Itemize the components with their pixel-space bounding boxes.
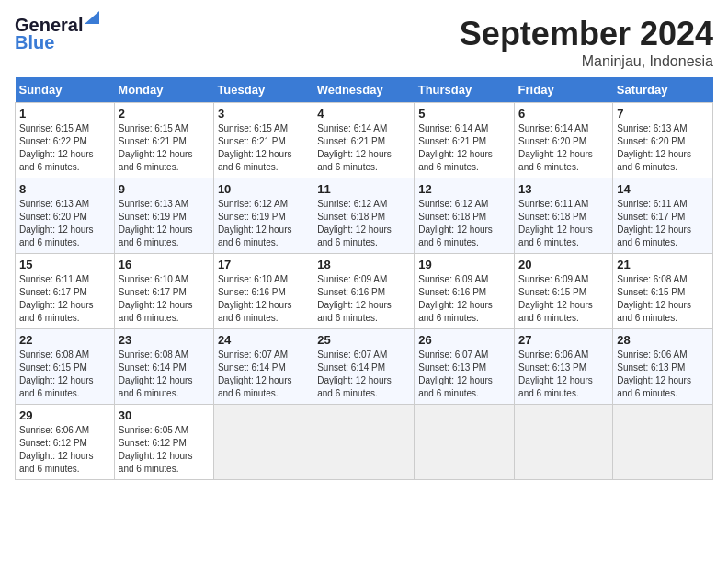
daylight-label: Daylight: 12 hoursand 6 minutes. [218, 149, 292, 172]
daylight-label: Daylight: 12 hoursand 6 minutes. [317, 224, 392, 247]
calendar-body: 1 Sunrise: 6:15 AM Sunset: 6:22 PM Dayli… [16, 103, 713, 480]
table-row: 12 Sunrise: 6:12 AM Sunset: 6:18 PM Dayl… [415, 178, 515, 254]
sunset-label: Sunset: 6:13 PM [617, 362, 685, 373]
header-sunday: Sunday [16, 77, 115, 103]
sunset-label: Sunset: 6:15 PM [19, 362, 87, 373]
table-row: 22 Sunrise: 6:08 AM Sunset: 6:15 PM Dayl… [16, 329, 115, 405]
sunrise-label: Sunrise: 6:11 AM [617, 199, 687, 209]
sunset-label: Sunset: 6:20 PM [617, 136, 685, 146]
day-number: 7 [617, 107, 709, 121]
daylight-label: Daylight: 12 hoursand 6 minutes. [518, 375, 593, 398]
sunrise-label: Sunrise: 6:10 AM [119, 274, 188, 284]
day-info: Sunrise: 6:09 AM Sunset: 6:15 PM Dayligh… [518, 273, 609, 325]
daylight-label: Daylight: 12 hoursand 6 minutes. [218, 224, 292, 247]
day-info: Sunrise: 6:09 AM Sunset: 6:16 PM Dayligh… [317, 273, 410, 325]
sunrise-label: Sunrise: 6:15 AM [218, 123, 288, 133]
day-number: 8 [19, 182, 110, 196]
sunset-label: Sunset: 6:22 PM [19, 136, 87, 146]
daylight-label: Daylight: 12 hoursand 6 minutes. [119, 375, 193, 398]
header-friday: Friday [515, 77, 613, 103]
table-row: 2 Sunrise: 6:15 AM Sunset: 6:21 PM Dayli… [114, 103, 213, 178]
sunset-label: Sunset: 6:16 PM [218, 287, 286, 297]
day-number: 20 [518, 258, 609, 271]
daylight-label: Daylight: 12 hoursand 6 minutes. [218, 375, 292, 398]
sunset-label: Sunset: 6:13 PM [518, 362, 586, 373]
table-row: 6 Sunrise: 6:14 AM Sunset: 6:20 PM Dayli… [515, 103, 613, 178]
daylight-label: Daylight: 12 hoursand 6 minutes. [317, 375, 392, 398]
sunrise-label: Sunrise: 6:09 AM [317, 274, 387, 284]
sunset-label: Sunset: 6:18 PM [518, 212, 586, 222]
header-monday: Monday [114, 77, 213, 103]
daylight-label: Daylight: 12 hoursand 6 minutes. [119, 149, 193, 172]
day-number: 4 [317, 107, 410, 121]
daylight-label: Daylight: 12 hoursand 6 minutes. [617, 149, 691, 172]
location-subtitle: Maninjau, Indonesia [460, 53, 713, 70]
sunset-label: Sunset: 6:17 PM [119, 287, 187, 297]
day-number: 5 [418, 107, 510, 121]
calendar-week-row: 1 Sunrise: 6:15 AM Sunset: 6:22 PM Dayli… [16, 103, 713, 178]
sunset-label: Sunset: 6:16 PM [418, 287, 486, 297]
sunrise-label: Sunrise: 6:08 AM [19, 350, 89, 360]
daylight-label: Daylight: 12 hoursand 6 minutes. [518, 149, 593, 172]
table-row: 27 Sunrise: 6:06 AM Sunset: 6:13 PM Dayl… [515, 329, 613, 405]
calendar-week-row: 15 Sunrise: 6:11 AM Sunset: 6:17 PM Dayl… [16, 254, 713, 329]
table-row [313, 405, 415, 480]
day-info: Sunrise: 6:13 AM Sunset: 6:20 PM Dayligh… [617, 122, 709, 174]
table-row: 4 Sunrise: 6:14 AM Sunset: 6:21 PM Dayli… [313, 103, 415, 178]
table-row [613, 405, 713, 480]
table-row [415, 405, 515, 480]
daylight-label: Daylight: 12 hoursand 6 minutes. [19, 224, 94, 247]
daylight-label: Daylight: 12 hoursand 6 minutes. [119, 300, 193, 323]
table-row: 20 Sunrise: 6:09 AM Sunset: 6:15 PM Dayl… [515, 254, 613, 329]
svg-marker-0 [85, 11, 99, 24]
day-info: Sunrise: 6:07 AM Sunset: 6:13 PM Dayligh… [418, 349, 510, 400]
sunrise-label: Sunrise: 6:09 AM [518, 274, 588, 284]
table-row: 11 Sunrise: 6:12 AM Sunset: 6:18 PM Dayl… [313, 178, 415, 254]
daylight-label: Daylight: 12 hoursand 6 minutes. [19, 451, 94, 474]
day-info: Sunrise: 6:12 AM Sunset: 6:19 PM Dayligh… [218, 198, 309, 249]
sunset-label: Sunset: 6:18 PM [418, 212, 486, 222]
day-number: 18 [317, 258, 410, 271]
sunset-label: Sunset: 6:19 PM [119, 212, 187, 222]
day-info: Sunrise: 6:06 AM Sunset: 6:13 PM Dayligh… [617, 349, 709, 400]
day-number: 15 [19, 258, 110, 271]
sunset-label: Sunset: 6:20 PM [19, 212, 87, 222]
sunset-label: Sunset: 6:21 PM [119, 136, 187, 146]
table-row: 28 Sunrise: 6:06 AM Sunset: 6:13 PM Dayl… [613, 329, 713, 405]
daylight-label: Daylight: 12 hoursand 6 minutes. [19, 149, 94, 172]
day-number: 23 [119, 333, 210, 347]
day-info: Sunrise: 6:13 AM Sunset: 6:20 PM Dayligh… [19, 198, 110, 249]
table-row: 1 Sunrise: 6:15 AM Sunset: 6:22 PM Dayli… [16, 103, 115, 178]
calendar-week-row: 22 Sunrise: 6:08 AM Sunset: 6:15 PM Dayl… [16, 329, 713, 405]
table-row: 3 Sunrise: 6:15 AM Sunset: 6:21 PM Dayli… [213, 103, 313, 178]
table-row: 21 Sunrise: 6:08 AM Sunset: 6:15 PM Dayl… [613, 254, 713, 329]
daylight-label: Daylight: 12 hoursand 6 minutes. [617, 300, 691, 323]
calendar-table: Sunday Monday Tuesday Wednesday Thursday… [15, 77, 713, 480]
table-row: 19 Sunrise: 6:09 AM Sunset: 6:16 PM Dayl… [415, 254, 515, 329]
daylight-label: Daylight: 12 hoursand 6 minutes. [518, 224, 593, 247]
day-number: 12 [418, 182, 510, 196]
logo-graphic: General [15, 15, 83, 36]
day-info: Sunrise: 6:06 AM Sunset: 6:12 PM Dayligh… [19, 424, 110, 476]
day-number: 16 [119, 258, 210, 271]
sunset-label: Sunset: 6:12 PM [119, 438, 187, 448]
sunset-label: Sunset: 6:16 PM [317, 287, 385, 297]
day-info: Sunrise: 6:08 AM Sunset: 6:15 PM Dayligh… [617, 273, 709, 325]
sunset-label: Sunset: 6:21 PM [418, 136, 486, 146]
sunrise-label: Sunrise: 6:11 AM [518, 199, 588, 209]
table-row: 13 Sunrise: 6:11 AM Sunset: 6:18 PM Dayl… [515, 178, 613, 254]
day-info: Sunrise: 6:07 AM Sunset: 6:14 PM Dayligh… [317, 349, 410, 400]
page-header: General Blue September 2024 Maninjau, In… [15, 15, 713, 70]
day-number: 6 [518, 107, 609, 121]
sunrise-label: Sunrise: 6:10 AM [218, 274, 288, 284]
day-number: 1 [19, 107, 110, 121]
day-info: Sunrise: 6:13 AM Sunset: 6:19 PM Dayligh… [119, 198, 210, 249]
month-title: September 2024 [460, 15, 713, 53]
sunrise-label: Sunrise: 6:08 AM [617, 274, 687, 284]
sunrise-label: Sunrise: 6:14 AM [518, 123, 588, 133]
sunrise-label: Sunrise: 6:08 AM [119, 350, 188, 360]
day-info: Sunrise: 6:10 AM Sunset: 6:17 PM Dayligh… [119, 273, 210, 325]
sunrise-label: Sunrise: 6:06 AM [19, 425, 89, 435]
daylight-label: Daylight: 12 hoursand 6 minutes. [119, 224, 193, 247]
day-info: Sunrise: 6:07 AM Sunset: 6:14 PM Dayligh… [218, 349, 309, 400]
